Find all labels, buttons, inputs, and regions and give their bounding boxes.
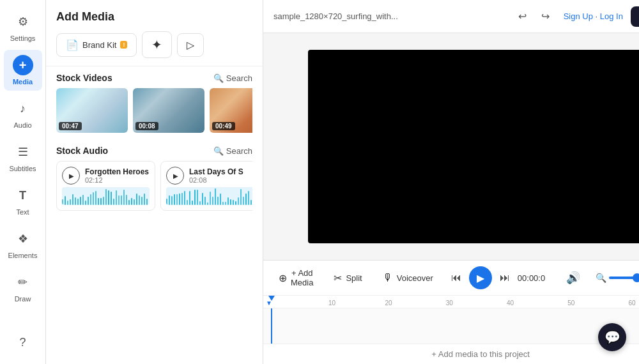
audio-play-btn-1[interactable]: ▶ bbox=[62, 167, 80, 185]
project-name: sample_1280×720_surfing_with... bbox=[273, 11, 505, 21]
subtitles-icon: ☰ bbox=[18, 145, 28, 159]
play-pause-button[interactable]: ▶ bbox=[469, 266, 492, 289]
stock-audio-search-label: Search bbox=[226, 146, 252, 156]
add-media-footer-label: + Add media to this project bbox=[431, 349, 530, 359]
audio-list: ▶ Forgotten Heroes 02:12 ▶ Last Days Of … bbox=[56, 161, 252, 211]
audio-icon-wrap: ♪ bbox=[13, 98, 33, 119]
sidebar-item-elements[interactable]: ❖ Elements bbox=[4, 224, 42, 264]
elements-icon-wrap: ❖ bbox=[13, 229, 33, 249]
sidebar-item-media[interactable]: + Media bbox=[4, 50, 42, 91]
audio-duration-1: 02:12 bbox=[85, 176, 150, 184]
ruler-marker-40: 40 bbox=[507, 300, 514, 307]
sidebar-item-subtitles[interactable]: ☰ Subtitles bbox=[4, 137, 42, 178]
play-pause-icon: ▶ bbox=[477, 272, 484, 284]
elements-icon: ❖ bbox=[18, 232, 28, 246]
ruler-marker-30: 30 bbox=[446, 300, 453, 307]
volume-button[interactable]: 🔊 bbox=[566, 271, 580, 285]
waveform-2 bbox=[166, 187, 252, 205]
topbar-nav: ↩ ↪ bbox=[512, 6, 556, 27]
signup-link[interactable]: Sign Up bbox=[564, 11, 593, 21]
sidebar-item-help[interactable]: ? bbox=[4, 327, 42, 358]
sidebar-item-draw[interactable]: ✏ Draw bbox=[4, 267, 42, 308]
draw-icon: ✏ bbox=[18, 275, 27, 289]
stock-videos-header: Stock Videos 🔍 Search bbox=[56, 73, 252, 83]
audio-card-1[interactable]: ▶ Forgotten Heroes 02:12 bbox=[56, 161, 155, 211]
export-button[interactable]: Export ↑ bbox=[631, 6, 639, 27]
video-preview bbox=[263, 33, 639, 260]
split-icon: ✂ bbox=[334, 272, 342, 284]
zoom-controls: 🔍 🔍 Fit bbox=[596, 273, 639, 283]
sidebar-item-settings[interactable]: ⚙ Settings bbox=[4, 6, 42, 47]
panel-tabs: 📄 Brand Kit ! ✦ ▷ bbox=[46, 31, 263, 66]
sidebar-item-label-draw: Draw bbox=[15, 295, 31, 303]
brand-kit-icon: 📄 bbox=[66, 39, 79, 51]
screen-tab[interactable]: ▷ bbox=[177, 33, 204, 57]
brand-kit-label: Brand Kit bbox=[82, 40, 116, 50]
video-duration-2: 00:08 bbox=[135, 122, 158, 130]
add-media-panel: Add Media 📄 Brand Kit ! ✦ ▷ Stock Videos… bbox=[46, 0, 263, 364]
sidebar-item-label-media: Media bbox=[13, 78, 33, 86]
audio-title-2: Last Days Of S bbox=[189, 167, 252, 176]
dropbox-tab[interactable]: ✦ bbox=[142, 31, 172, 58]
stock-audio-title: Stock Audio bbox=[56, 146, 108, 156]
video-duration-3: 00:49 bbox=[212, 122, 235, 130]
zoom-slider[interactable] bbox=[609, 277, 639, 279]
playhead-time: ▼ bbox=[266, 300, 272, 307]
video-screen bbox=[308, 50, 639, 244]
sidebar-item-label-elements: Elements bbox=[8, 252, 38, 259]
voiceover-button[interactable]: 🎙 Voiceover bbox=[378, 269, 438, 286]
fast-forward-button[interactable]: ⏭ bbox=[497, 269, 512, 286]
audio-play-btn-2[interactable]: ▶ bbox=[166, 167, 184, 185]
video-thumb-1[interactable]: 00:47 bbox=[56, 88, 128, 133]
audio-title-1: Forgotten Heroes bbox=[85, 167, 150, 176]
play-icon-2: ▶ bbox=[173, 172, 178, 179]
stock-videos-search[interactable]: 🔍 Search bbox=[213, 73, 252, 83]
sidebar-item-label-settings: Settings bbox=[10, 34, 36, 42]
stock-audio-search[interactable]: 🔍 Search bbox=[213, 146, 252, 156]
timeline-ruler: ▼ 10 20 30 40 50 60 bbox=[263, 296, 639, 308]
sidebar-item-audio[interactable]: ♪ Audio bbox=[4, 93, 42, 134]
play-icon-1: ▶ bbox=[69, 172, 74, 179]
video-thumb-3[interactable]: 00:49 bbox=[210, 88, 252, 133]
playback-controls: ⏮ ▶ ⏭ 00:00:0 bbox=[449, 266, 556, 289]
video-thumb-2[interactable]: 00:08 bbox=[133, 88, 204, 133]
time-display: 00:00:0 bbox=[518, 273, 556, 283]
playhead-line bbox=[271, 308, 272, 344]
add-media-footer[interactable]: + Add media to this project bbox=[263, 344, 639, 364]
draw-icon-wrap: ✏ bbox=[13, 272, 33, 292]
sidebar-item-label-text: Text bbox=[16, 208, 29, 216]
rewind-button[interactable]: ⏮ bbox=[449, 269, 464, 286]
stock-videos-section: Stock Videos 🔍 Search 00:47 00:08 00:49 bbox=[46, 66, 263, 139]
audio-card-2[interactable]: ▶ Last Days Of S 02:08 bbox=[160, 161, 252, 211]
brand-kit-badge: ! bbox=[120, 41, 127, 49]
audio-info-2: Last Days Of S 02:08 bbox=[189, 167, 252, 184]
timeline-toolbar: ⊕ + Add Media ✂ Split 🎙 Voiceover ⏮ ▶ ⏭ … bbox=[263, 261, 639, 296]
video-list: 00:47 00:08 00:49 bbox=[56, 88, 252, 133]
zoom-out-button[interactable]: 🔍 bbox=[596, 273, 606, 283]
stock-audio-header: Stock Audio 🔍 Search bbox=[56, 146, 252, 156]
audio-duration-2: 02:08 bbox=[189, 176, 252, 184]
undo-button[interactable]: ↩ bbox=[512, 6, 533, 27]
ruler-marker-50: 50 bbox=[567, 300, 574, 307]
redo-button[interactable]: ↪ bbox=[535, 6, 556, 27]
add-media-button[interactable]: ⊕ + Add Media bbox=[273, 266, 318, 290]
zoom-thumb bbox=[633, 273, 639, 282]
brand-kit-tab[interactable]: 📄 Brand Kit ! bbox=[56, 33, 137, 57]
stock-videos-title: Stock Videos bbox=[56, 73, 112, 83]
audio-card-header-1: ▶ Forgotten Heroes 02:12 bbox=[62, 167, 150, 185]
add-media-icon: ⊕ bbox=[279, 272, 287, 284]
split-button[interactable]: ✂ Split bbox=[328, 269, 367, 287]
audio-icon: ♪ bbox=[20, 102, 26, 116]
text-icon: T bbox=[19, 189, 26, 202]
ruler-marker-20: 20 bbox=[385, 300, 392, 307]
auth-dot: · bbox=[596, 11, 600, 21]
chat-bubble[interactable]: 💬 bbox=[598, 323, 626, 351]
voiceover-label: Voiceover bbox=[397, 273, 433, 283]
sidebar-item-text[interactable]: T Text bbox=[4, 180, 42, 221]
main-content: sample_1280×720_surfing_with... ↩ ↪ Sign… bbox=[263, 0, 639, 364]
waveform-1 bbox=[62, 187, 150, 205]
media-plus-icon: + bbox=[19, 58, 27, 73]
sidebar-item-label-audio: Audio bbox=[13, 121, 31, 129]
login-link[interactable]: Log In bbox=[600, 11, 623, 21]
audio-search-icon: 🔍 bbox=[213, 146, 224, 156]
